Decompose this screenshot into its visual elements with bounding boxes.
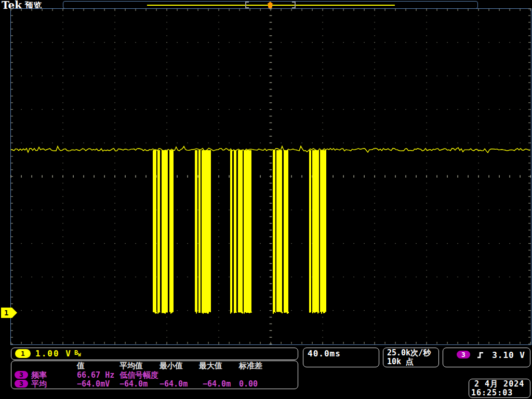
channel1-ground-marker <box>1 308 17 318</box>
svg-text:1: 1 <box>4 309 8 317</box>
waveform-canvas: 1 <box>0 0 532 399</box>
oscilloscope-screen: Tek 预览 1 1 1.00 V BW 40.0ms 25.0k次/秒 10k… <box>0 0 532 399</box>
